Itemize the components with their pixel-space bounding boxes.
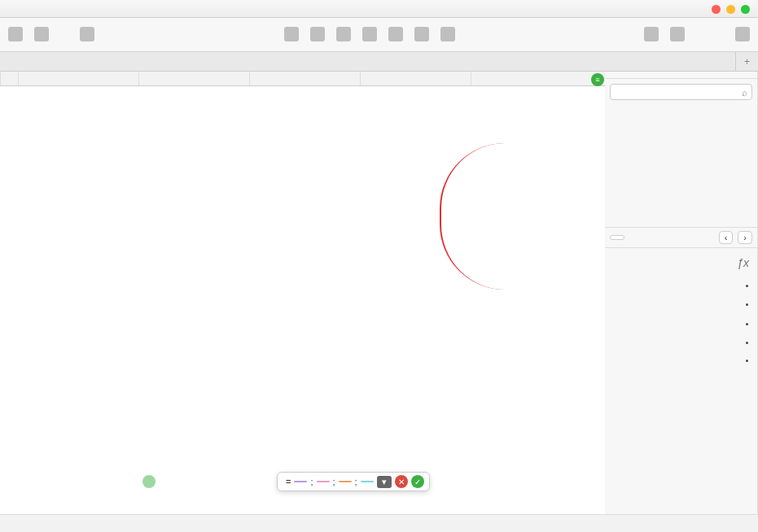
shape-button[interactable]: [336, 27, 351, 43]
media-button[interactable]: [310, 27, 325, 43]
chart-button[interactable]: [388, 27, 403, 43]
column-headers: [0, 72, 605, 86]
comment-button[interactable]: [284, 27, 299, 43]
minimize-window[interactable]: [726, 5, 735, 14]
add-category-button[interactable]: [670, 27, 685, 43]
add-sheet-button[interactable]: +: [735, 52, 758, 71]
function-search-input[interactable]: [610, 84, 752, 100]
function-list[interactable]: [608, 105, 681, 227]
formula-token[interactable]: [294, 481, 307, 482]
add-row-handle[interactable]: ≡: [591, 73, 604, 86]
col-header-d[interactable]: [360, 72, 471, 85]
spreadsheet-body[interactable]: [0, 86, 605, 514]
formula-function[interactable]: ▾: [377, 476, 392, 488]
zoom-window[interactable]: [741, 5, 750, 14]
pivot-button[interactable]: [644, 27, 659, 43]
formula-token[interactable]: [361, 481, 374, 482]
formula-token[interactable]: [339, 481, 352, 482]
category-list[interactable]: [681, 105, 755, 227]
formula-editor[interactable]: = ; ; ; ▾ ✕ ✓: [277, 472, 430, 491]
nav-fwd[interactable]: ›: [719, 231, 734, 244]
close-window[interactable]: [712, 5, 721, 14]
function-browser: ⌕ ‹ › ƒx: [605, 72, 758, 514]
formula-accept[interactable]: ✓: [411, 475, 424, 488]
format-button[interactable]: [34, 27, 49, 43]
text-button[interactable]: [362, 27, 377, 43]
share-button[interactable]: [80, 27, 94, 43]
search-icon: ⌕: [742, 87, 747, 98]
sidebar-header: [605, 72, 757, 79]
col-header-c[interactable]: [249, 72, 360, 85]
organize-button[interactable]: [8, 27, 23, 43]
status-bar: [0, 514, 758, 532]
insert-function-button[interactable]: [610, 235, 624, 240]
view-button[interactable]: [735, 27, 750, 43]
col-header-a[interactable]: [18, 72, 138, 85]
formula-token[interactable]: [317, 481, 330, 482]
col-header-b[interactable]: [138, 72, 249, 85]
sheet-tabs: +: [0, 52, 758, 72]
nav-back[interactable]: ‹: [738, 231, 752, 244]
function-description: ƒx: [605, 248, 757, 514]
insert-button[interactable]: [440, 27, 455, 43]
table-button[interactable]: [414, 27, 429, 43]
formula-cancel[interactable]: ✕: [395, 475, 408, 488]
add-row-bottom-handle[interactable]: [142, 475, 156, 488]
